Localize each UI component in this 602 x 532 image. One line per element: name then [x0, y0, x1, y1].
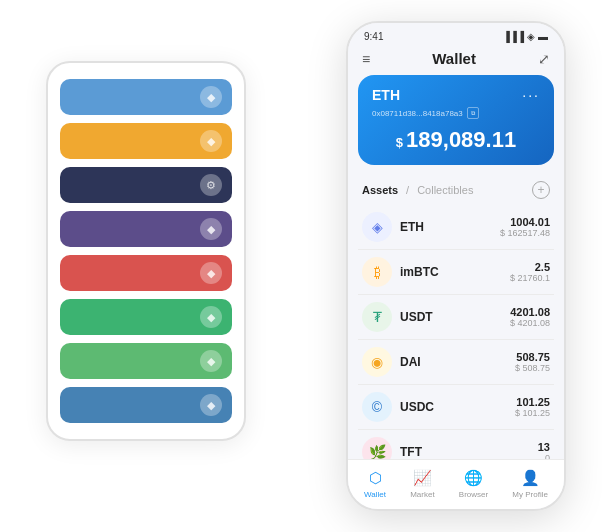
- wallet-strip-strip-8[interactable]: ◆: [60, 387, 232, 423]
- background-phone: ◆◆⚙◆◆◆◆◆: [46, 61, 246, 441]
- wallet-strip-strip-7[interactable]: ◆: [60, 343, 232, 379]
- wallet-strip-strip-4[interactable]: ◆: [60, 211, 232, 247]
- asset-item-eth[interactable]: ◈ETH1004.01$ 162517.48: [358, 205, 554, 250]
- asset-icon-tft: 🌿: [362, 437, 392, 459]
- asset-values-eth: 1004.01$ 162517.48: [500, 216, 550, 238]
- assets-header: Assets / Collectibles +: [348, 175, 564, 205]
- strip-icon: ◆: [200, 262, 222, 284]
- eth-card-header: ETH ···: [372, 87, 540, 103]
- status-bar: 9:41 ▐▐▐ ◈ ▬: [348, 23, 564, 46]
- asset-item-imbtc[interactable]: ₿imBTC2.5$ 21760.1: [358, 250, 554, 295]
- nav-icon-profile: 👤: [520, 468, 540, 488]
- asset-icon-dai: ◉: [362, 347, 392, 377]
- asset-icon-usdt: ₮: [362, 302, 392, 332]
- asset-item-dai[interactable]: ◉DAI508.75$ 508.75: [358, 340, 554, 385]
- asset-list: ◈ETH1004.01$ 162517.48₿imBTC2.5$ 21760.1…: [348, 205, 564, 459]
- phone-nav: ⬡Wallet📈Market🌐Browser👤My Profile: [348, 459, 564, 509]
- nav-item-browser[interactable]: 🌐Browser: [459, 468, 488, 499]
- asset-icon-usdc: ©: [362, 392, 392, 422]
- strip-icon: ◆: [200, 86, 222, 108]
- asset-values-imbtc: 2.5$ 21760.1: [510, 261, 550, 283]
- eth-card-label: ETH: [372, 87, 400, 103]
- asset-values-dai: 508.75$ 508.75: [515, 351, 550, 373]
- strip-icon: ⚙: [200, 174, 222, 196]
- nav-item-market[interactable]: 📈Market: [410, 468, 434, 499]
- asset-values-usdc: 101.25$ 101.25: [515, 396, 550, 418]
- nav-icon-market: 📈: [412, 468, 432, 488]
- nav-label-wallet: Wallet: [364, 490, 386, 499]
- asset-usd: $ 162517.48: [500, 228, 550, 238]
- nav-item-wallet[interactable]: ⬡Wallet: [364, 468, 386, 499]
- wallet-strip-strip-3[interactable]: ⚙: [60, 167, 232, 203]
- eth-address-text: 0x08711d38...8418a78a3: [372, 109, 463, 118]
- phone-header: ≡ Wallet ⤢: [348, 46, 564, 75]
- nav-label-market: Market: [410, 490, 434, 499]
- wallet-strip-strip-6[interactable]: ◆: [60, 299, 232, 335]
- asset-amount: 101.25: [515, 396, 550, 408]
- eth-card-menu[interactable]: ···: [522, 87, 540, 103]
- asset-name-eth: ETH: [400, 220, 500, 234]
- scene: ◆◆⚙◆◆◆◆◆ 9:41 ▐▐▐ ◈ ▬ ≡ Wallet ⤢ ETH ···: [26, 21, 576, 511]
- asset-amount: 13: [538, 441, 550, 453]
- status-icons: ▐▐▐ ◈ ▬: [503, 31, 548, 42]
- wifi-icon: ◈: [527, 31, 535, 42]
- wallet-strip-strip-2[interactable]: ◆: [60, 123, 232, 159]
- strip-icon: ◆: [200, 394, 222, 416]
- asset-name-usdt: USDT: [400, 310, 510, 324]
- asset-values-tft: 130: [538, 441, 550, 459]
- asset-values-usdt: 4201.08$ 4201.08: [510, 306, 550, 328]
- nav-item-profile[interactable]: 👤My Profile: [512, 468, 548, 499]
- nav-icon-wallet: ⬡: [365, 468, 385, 488]
- asset-item-usdc[interactable]: ©USDC101.25$ 101.25: [358, 385, 554, 430]
- eth-balance-symbol: $: [396, 135, 403, 150]
- phone-content: ETH ··· 0x08711d38...8418a78a3 ⧉ $189,08…: [348, 75, 564, 459]
- nav-label-browser: Browser: [459, 490, 488, 499]
- strip-icon: ◆: [200, 218, 222, 240]
- asset-item-tft[interactable]: 🌿TFT130: [358, 430, 554, 459]
- strip-icon: ◆: [200, 306, 222, 328]
- expand-icon[interactable]: ⤢: [538, 51, 550, 67]
- tab-divider: /: [406, 184, 409, 196]
- asset-icon-imbtc: ₿: [362, 257, 392, 287]
- tab-assets[interactable]: Assets: [362, 184, 398, 196]
- signal-icon: ▐▐▐: [503, 31, 524, 42]
- asset-item-usdt[interactable]: ₮USDT4201.08$ 4201.08: [358, 295, 554, 340]
- asset-name-imbtc: imBTC: [400, 265, 510, 279]
- eth-balance-amount: 189,089.11: [406, 127, 516, 152]
- asset-name-usdc: USDC: [400, 400, 515, 414]
- asset-usd: $ 508.75: [515, 363, 550, 373]
- asset-amount: 1004.01: [500, 216, 550, 228]
- asset-icon-eth: ◈: [362, 212, 392, 242]
- wallet-title: Wallet: [432, 50, 476, 67]
- main-phone: 9:41 ▐▐▐ ◈ ▬ ≡ Wallet ⤢ ETH ··· 0x08711d…: [346, 21, 566, 511]
- eth-address: 0x08711d38...8418a78a3 ⧉: [372, 107, 540, 119]
- eth-balance: $189,089.11: [372, 127, 540, 153]
- asset-usd: $ 101.25: [515, 408, 550, 418]
- asset-usd: $ 4201.08: [510, 318, 550, 328]
- nav-icon-browser: 🌐: [463, 468, 483, 488]
- menu-icon[interactable]: ≡: [362, 51, 370, 67]
- tab-collectibles[interactable]: Collectibles: [417, 184, 473, 196]
- wallet-strip-strip-1[interactable]: ◆: [60, 79, 232, 115]
- battery-icon: ▬: [538, 31, 548, 42]
- eth-card[interactable]: ETH ··· 0x08711d38...8418a78a3 ⧉ $189,08…: [358, 75, 554, 165]
- wallet-strip-strip-5[interactable]: ◆: [60, 255, 232, 291]
- assets-tabs: Assets / Collectibles: [362, 184, 473, 196]
- asset-name-dai: DAI: [400, 355, 515, 369]
- asset-amount: 508.75: [515, 351, 550, 363]
- status-time: 9:41: [364, 31, 383, 42]
- asset-usd: $ 21760.1: [510, 273, 550, 283]
- nav-label-profile: My Profile: [512, 490, 548, 499]
- asset-name-tft: TFT: [400, 445, 538, 459]
- copy-icon[interactable]: ⧉: [467, 107, 479, 119]
- asset-amount: 2.5: [510, 261, 550, 273]
- strip-icon: ◆: [200, 130, 222, 152]
- strip-icon: ◆: [200, 350, 222, 372]
- add-asset-button[interactable]: +: [532, 181, 550, 199]
- asset-amount: 4201.08: [510, 306, 550, 318]
